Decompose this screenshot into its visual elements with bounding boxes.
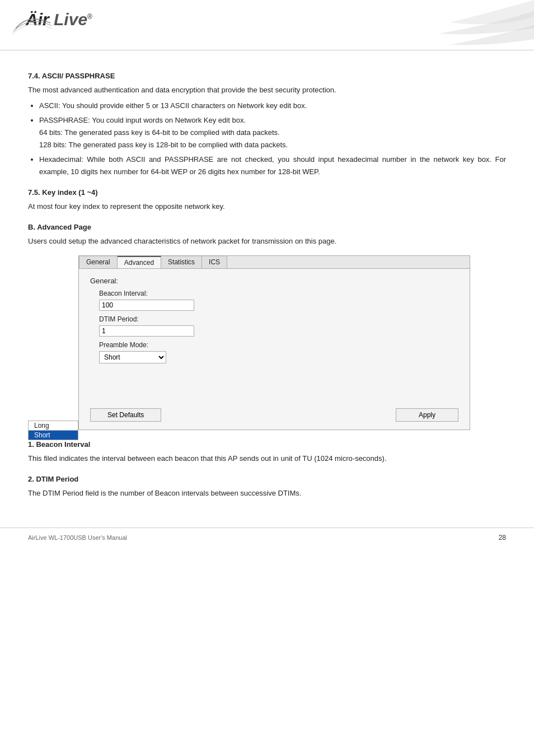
preamble-mode-select[interactable]: Short Long bbox=[99, 351, 166, 363]
tab-ics[interactable]: ICS bbox=[202, 256, 227, 268]
set-defaults-button[interactable]: Set Defaults bbox=[90, 408, 161, 422]
ui-panel-wrapper: Long Short General Advanced Statistics I… bbox=[28, 255, 506, 430]
section-74-intro: The most advanced authentication and dat… bbox=[28, 85, 506, 96]
panel-body: General: Beacon Interval: DTIM Period: P… bbox=[79, 269, 470, 369]
dtim-period-label: DTIM Period: bbox=[99, 315, 458, 323]
preamble-dropdown-list[interactable]: Long Short bbox=[28, 421, 78, 440]
advanced-page-heading: B. Advanced Page bbox=[28, 223, 506, 231]
page-content: 7.4. ASCII/ PASSPHRASE The most advanced… bbox=[0, 50, 534, 514]
beacon-interval-input[interactable] bbox=[99, 300, 194, 311]
beacon-interval-label: Beacon Interval: bbox=[99, 290, 458, 297]
advanced-settings-panel: General Advanced Statistics ICS General:… bbox=[78, 255, 470, 430]
preamble-select-wrapper: Short Long bbox=[99, 351, 458, 363]
header-decoration bbox=[338, 0, 534, 50]
general-label: General: bbox=[90, 277, 458, 285]
dtim-period-heading: 2. DTIM Period bbox=[28, 475, 506, 483]
bullet-hexadecimal: Hexadecimal: While both ASCII and PASSPH… bbox=[39, 153, 506, 178]
bullet-ascii: ASCII: You should provide either 5 or 13… bbox=[39, 100, 506, 112]
logo-wing-icon bbox=[11, 7, 56, 38]
tab-statistics[interactable]: Statistics bbox=[161, 256, 202, 268]
footer-manual-title: AirLive WL-1700USB User's Manual bbox=[28, 534, 127, 541]
logo-registered: ® bbox=[87, 13, 92, 21]
dropdown-option-long[interactable]: Long bbox=[28, 421, 78, 430]
advanced-page-intro: Users could setup the advanced character… bbox=[28, 236, 506, 248]
page-header: Äir Live® bbox=[0, 0, 534, 50]
beacon-interval-text: This filed indicates the interval betwee… bbox=[28, 453, 506, 465]
dtim-period-text: The DTIM Period field is the number of B… bbox=[28, 488, 506, 500]
apply-button[interactable]: Apply bbox=[396, 408, 458, 422]
section-75-text: At most four key index to represent the … bbox=[28, 201, 506, 213]
page-footer: AirLive WL-1700USB User's Manual 28 bbox=[0, 528, 534, 547]
dtim-period-input[interactable] bbox=[99, 325, 194, 337]
footer-page-number: 28 bbox=[499, 534, 506, 542]
beacon-interval-heading: 1. Beacon Interval bbox=[28, 440, 506, 449]
preamble-mode-label: Preamble Mode: bbox=[99, 341, 458, 349]
bullet-passphrase: PASSPHRASE: You could input words on Net… bbox=[39, 114, 506, 151]
tab-bar: General Advanced Statistics ICS bbox=[79, 256, 470, 269]
dropdown-option-short[interactable]: Short bbox=[28, 430, 78, 440]
tab-advanced[interactable]: Advanced bbox=[118, 256, 161, 268]
section-74-bullets: ASCII: You should provide either 5 or 13… bbox=[39, 100, 506, 179]
tab-general[interactable]: General bbox=[79, 256, 118, 268]
section-74-heading: 7.4. ASCII/ PASSPHRASE bbox=[28, 72, 506, 80]
section-75-heading: 7.5. Key index (1 ~4) bbox=[28, 188, 506, 197]
panel-footer: Set Defaults Apply bbox=[79, 403, 470, 430]
